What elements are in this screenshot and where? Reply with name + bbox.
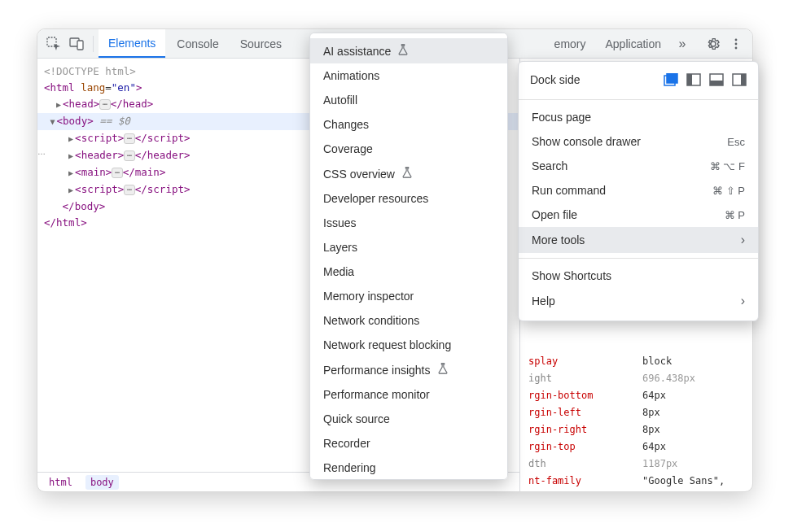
divider — [93, 36, 94, 52]
dock-bottom-icon[interactable] — [709, 73, 724, 86]
property-name: rgin-right — [528, 421, 642, 438]
svg-rect-13 — [741, 74, 746, 85]
computed-properties: splayblockight696.438pxrgin-bottom64pxrg… — [520, 350, 752, 491]
submenu-item-media[interactable]: Media — [310, 259, 507, 284]
dock-undock-icon[interactable] — [664, 73, 678, 86]
property-name: rgin-left — [528, 404, 642, 421]
inspect-element-icon[interactable] — [42, 33, 65, 55]
svg-point-5 — [735, 46, 738, 49]
menu-item-run-command[interactable]: Run command⌘ ⇧ P — [519, 178, 758, 203]
settings-gear-icon[interactable] — [702, 33, 725, 55]
menu-shortcut: Esc — [727, 136, 745, 148]
svg-rect-11 — [710, 81, 723, 85]
dock-icons — [664, 73, 747, 86]
tabs-row: Elements Console Sources — [99, 29, 291, 58]
menu-item-show-shortcuts[interactable]: Show Shortcuts — [519, 264, 758, 288]
menu-item-more-tools[interactable]: More tools› — [519, 227, 758, 253]
submenu-item-label: Changes — [323, 118, 369, 131]
submenu-item-label: Developer resources — [323, 192, 428, 205]
menu-divider — [519, 99, 758, 100]
tabs-overflow-icon[interactable]: » — [671, 33, 694, 55]
dock-side-row: Dock side — [519, 68, 758, 94]
submenu-item-recorder[interactable]: Recorder — [310, 431, 507, 456]
menu-item-label: Run command — [532, 184, 712, 197]
breadcrumb-html[interactable]: html — [44, 475, 77, 490]
computed-row: rgin-right8px — [528, 421, 744, 438]
computed-row: nt-size16px — [528, 490, 744, 491]
menu-shortcut: ⌘ P — [725, 209, 745, 221]
submenu-item-layers[interactable]: Layers — [310, 235, 507, 259]
submenu-item-issues[interactable]: Issues — [310, 211, 507, 235]
property-value: 696.438px — [642, 370, 695, 387]
property-value: 8px — [642, 404, 660, 421]
submenu-item-coverage[interactable]: Coverage — [310, 137, 507, 161]
menu-item-label: Search — [532, 159, 710, 172]
dock-right-icon[interactable] — [732, 73, 747, 86]
svg-point-4 — [735, 42, 738, 45]
computed-row: dth1187px — [528, 456, 744, 473]
kebab-menu-icon[interactable] — [725, 33, 747, 55]
dock-left-icon[interactable] — [686, 73, 701, 86]
submenu-item-label: Layers — [323, 241, 357, 254]
submenu-item-changes[interactable]: Changes — [310, 112, 507, 137]
property-name: nt-family — [528, 473, 642, 490]
submenu-item-css-overview[interactable]: CSS overview — [310, 161, 507, 186]
property-value: 8px — [642, 421, 660, 438]
submenu-item-label: Coverage — [323, 142, 373, 155]
property-name: rgin-bottom — [528, 387, 642, 404]
doctype-text: <!DOCTYPE html> — [44, 65, 136, 77]
dock-side-label: Dock side — [530, 73, 664, 86]
submenu-item-label: Animations — [323, 69, 379, 82]
menu-item-label: More tools — [532, 233, 741, 246]
submenu-item-label: Autofill — [323, 94, 357, 107]
submenu-item-network-request-blocking[interactable]: Network request blocking — [310, 333, 507, 357]
tab-application[interactable]: Application — [596, 29, 672, 58]
menu-divider — [519, 258, 758, 259]
menu-item-open-file[interactable]: Open file⌘ P — [519, 203, 758, 227]
submenu-item-label: Performance insights — [323, 364, 431, 377]
submenu-item-quick-source[interactable]: Quick source — [310, 407, 507, 431]
property-value: 64px — [642, 387, 666, 404]
submenu-item-label: CSS overview — [323, 168, 395, 181]
tab-elements[interactable]: Elements — [99, 29, 165, 58]
computed-row: splayblock — [528, 353, 744, 370]
submenu-item-label: Media — [323, 265, 354, 278]
submenu-item-label: Memory inspector — [323, 290, 414, 303]
more-tools-submenu: AI assistanceAnimationsAutofillChangesCo… — [309, 33, 508, 480]
menu-item-focus-page[interactable]: Focus page — [519, 105, 758, 129]
submenu-item-autofill[interactable]: Autofill — [310, 88, 507, 112]
submenu-item-label: Issues — [323, 216, 356, 229]
property-name: rgin-top — [528, 438, 642, 456]
submenu-item-developer-resources[interactable]: Developer resources — [310, 186, 507, 211]
submenu-item-memory-inspector[interactable]: Memory inspector — [310, 284, 507, 308]
computed-row: rgin-top64px — [528, 438, 744, 456]
menu-item-label: Help — [532, 294, 741, 307]
property-name: nt-size — [528, 490, 642, 491]
property-name: splay — [528, 353, 642, 370]
submenu-item-performance-insights[interactable]: Performance insights — [310, 357, 507, 382]
submenu-item-label: Recorder — [323, 437, 370, 450]
submenu-item-network-conditions[interactable]: Network conditions — [310, 308, 507, 333]
settings-menu: Dock side Focus pageShow console drawerE… — [518, 61, 759, 321]
submenu-item-animations[interactable]: Animations — [310, 63, 507, 88]
property-value: block — [642, 353, 672, 370]
submenu-item-label: Performance monitor — [323, 388, 430, 401]
computed-row: rgin-bottom64px — [528, 387, 744, 404]
tab-sources[interactable]: Sources — [230, 29, 291, 58]
submenu-item-performance-monitor[interactable]: Performance monitor — [310, 382, 507, 407]
breadcrumb-body[interactable]: body — [85, 475, 119, 490]
menu-item-show-console-drawer[interactable]: Show console drawerEsc — [519, 129, 758, 154]
menu-item-help[interactable]: Help› — [519, 288, 758, 314]
tab-console[interactable]: Console — [167, 29, 228, 58]
submenu-item-rendering[interactable]: Rendering — [310, 456, 507, 480]
computed-row: ight696.438px — [528, 370, 744, 387]
submenu-item-label: Network request blocking — [323, 338, 451, 351]
tab-memory-clipped[interactable]: emory — [554, 29, 596, 58]
computed-row: rgin-left8px — [528, 404, 744, 421]
device-toggle-icon[interactable] — [65, 33, 88, 55]
submenu-item-ai-assistance[interactable]: AI assistance — [310, 38, 507, 63]
svg-point-3 — [735, 38, 738, 41]
svg-rect-2 — [77, 41, 83, 50]
property-value: "Google Sans", — [642, 473, 725, 490]
menu-item-search[interactable]: Search⌘ ⌥ F — [519, 154, 758, 178]
